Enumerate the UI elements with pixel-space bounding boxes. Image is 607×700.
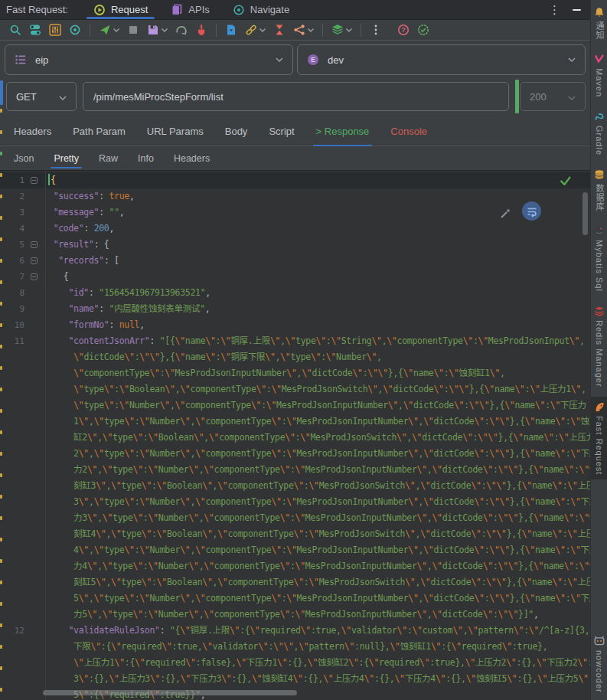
fold-region[interactable] <box>24 273 43 280</box>
env-select[interactable]: E dev <box>297 44 586 75</box>
panel-tab-apis[interactable]: APIs <box>162 0 217 19</box>
dropdown-arrow-icon[interactable] <box>162 28 168 32</box>
horizontal-scrollbar[interactable] <box>43 690 297 695</box>
code-line[interactable]: "code": 200, <box>46 221 590 237</box>
toolbar-redo-button[interactable] <box>171 21 191 38</box>
code-line[interactable]: 3\":{},\"上压力3\":{},\"下压力3\":{},\"蚀刻缸4\":… <box>46 671 590 687</box>
code-line[interactable]: "result": { <box>46 237 590 253</box>
fold-region[interactable] <box>24 241 43 248</box>
toolbar-more-button[interactable] <box>366 21 386 38</box>
project-select[interactable]: eip <box>5 44 293 75</box>
marker-tick <box>0 237 2 241</box>
code-line[interactable]: 力5\",\"type\":\"Number\",\"componentType… <box>46 607 590 623</box>
vertical-scrollbar[interactable] <box>583 192 588 235</box>
code-line[interactable]: \"type\":\"Boolean\",\"componentType\":\… <box>46 381 590 397</box>
toolbar-file-button[interactable] <box>221 21 241 38</box>
code-line[interactable]: "id": "1564541967913963521", <box>46 285 590 301</box>
panel-tab-request[interactable]: Request <box>85 0 156 19</box>
toolbar-stop-button[interactable] <box>123 21 143 38</box>
more-vertical-icon[interactable]: ⋮ <box>549 4 560 15</box>
soft-wrap-button[interactable] <box>522 201 541 221</box>
tab-script[interactable]: Script <box>258 117 305 146</box>
tool-stripe-database[interactable]: 数据库 <box>591 165 607 216</box>
tool-window-stripe: 通知MavenGradle数据库Mybatis SqlRedis Manager… <box>590 0 607 700</box>
subtab-headers[interactable]: Headers <box>164 146 220 170</box>
tab-console[interactable]: Console <box>380 117 438 146</box>
toolbar-send-button[interactable] <box>95 21 123 38</box>
status-code-select[interactable]: 200 <box>520 82 586 111</box>
toolbar-clean-button[interactable] <box>191 21 211 38</box>
tool-stripe-gradle[interactable]: Gradle <box>591 106 607 160</box>
method-select[interactable]: GET <box>6 82 77 111</box>
share-icon <box>293 24 305 36</box>
panel-tab-navigate[interactable]: Navigate <box>224 0 298 19</box>
code-line[interactable]: 下限\":{\"required\":true,\"validator\":\"… <box>46 639 590 655</box>
code-line[interactable]: \"type\":\"Number\",\"componentType\":\"… <box>46 397 590 414</box>
toolbar-layers-button[interactable] <box>328 21 356 38</box>
toolbar-link-button[interactable] <box>241 21 269 38</box>
dropdown-arrow-icon[interactable] <box>259 28 266 32</box>
gutter: 2 <box>0 188 46 204</box>
magic-wand-icon[interactable] <box>500 207 512 221</box>
code-line[interactable]: "formNo": null, <box>46 317 590 333</box>
code-line[interactable]: 刻缸5\",\"type\":\"Boolean\",\"componentTy… <box>46 574 590 590</box>
code-line[interactable]: { <box>46 269 590 285</box>
tab-headers[interactable]: Headers <box>3 117 62 146</box>
url-input[interactable]: /pim/mesMiProcStepForm/list <box>83 82 509 111</box>
tool-stripe-maven[interactable]: Maven <box>591 49 607 102</box>
tool-stripe-fast-request[interactable]: Fast Request <box>591 397 607 479</box>
code-line[interactable]: 3\",\"type\":\"Number\",\"componentType\… <box>46 494 590 510</box>
toolbar-sliders-button[interactable] <box>45 21 65 38</box>
toolbar-verified-button[interactable] <box>413 21 433 38</box>
code-line[interactable]: "records": [ <box>46 253 590 269</box>
fold-region[interactable] <box>24 257 43 264</box>
response-editor[interactable]: 1{2 "success": true,3 "message": "",4 "c… <box>0 170 590 700</box>
toolbar-share-button[interactable] <box>289 21 318 38</box>
code-line[interactable]: 刻缸3\",\"type\":\"Boolean\",\"componentTy… <box>46 478 590 494</box>
dropdown-arrow-icon[interactable] <box>308 28 314 32</box>
toolbar-search-button[interactable] <box>5 21 25 38</box>
tool-stripe-notifications[interactable]: 通知 <box>591 2 607 44</box>
code-line[interactable]: 刻缸4\",\"type\":\"Boolean\",\"componentTy… <box>46 526 590 542</box>
code-line[interactable]: "contentJsonArr": "[{\"name\":\"铜厚.上限\",… <box>46 333 590 349</box>
dropdown-arrow-icon[interactable] <box>346 28 352 32</box>
marker-tick <box>0 581 2 584</box>
code-line[interactable]: "validateRuleJson": "{\"铜厚.上限\":{\"requi… <box>46 623 590 639</box>
minimize-icon[interactable] <box>573 9 581 11</box>
code-line[interactable]: 1\",\"type\":\"Number\",\"componentType\… <box>46 414 590 430</box>
tab-url-params[interactable]: URL Params <box>136 117 214 146</box>
link-icon <box>245 24 257 36</box>
toolbar-save-button[interactable] <box>143 21 171 38</box>
code-line[interactable]: "success": true, <box>46 188 590 204</box>
subtab-raw[interactable]: Raw <box>89 146 128 170</box>
tool-stripe-redis-manager[interactable]: Redis Manager <box>591 301 607 392</box>
code-line[interactable]: \"上压力1\":{\"required\":false},\"下压力1\":{… <box>46 655 590 671</box>
editor-row: 2 "success": true, <box>0 188 590 204</box>
code-line[interactable]: 力2\",\"type\":\"Number\",\"componentType… <box>46 462 590 478</box>
subtab-pretty[interactable]: Pretty <box>44 146 89 170</box>
tool-stripe-mybatis-sql[interactable]: Mybatis Sql <box>591 221 607 296</box>
code-line[interactable]: 2\",\"type\":\"Number\",\"componentType\… <box>46 446 590 462</box>
toolbar-toggles-button[interactable] <box>25 21 45 38</box>
subtab-json[interactable]: Json <box>4 146 44 170</box>
toolbar-hourglass-button[interactable] <box>269 21 289 38</box>
code-line[interactable]: \"dictCode\":\"\"},{\"name\":\"铜厚下限\",\"… <box>46 349 590 365</box>
tool-stripe-nowcoder[interactable]: nowcoder <box>591 631 607 698</box>
code-line[interactable]: 4\",\"type\":\"Number\",\"componentType\… <box>46 542 590 558</box>
code-line[interactable]: { <box>46 172 590 188</box>
subtab-info[interactable]: Info <box>128 146 164 170</box>
tab-response[interactable]: > Response <box>305 117 380 146</box>
code-line[interactable]: 缸2\",\"type\":\"Boolean\",\"componentTyp… <box>46 430 590 446</box>
fold-region[interactable] <box>24 177 43 184</box>
tool-stripe-label: nowcoder <box>595 650 603 693</box>
toolbar-target-button[interactable] <box>65 21 85 38</box>
dropdown-arrow-icon[interactable] <box>113 28 119 32</box>
code-line[interactable]: "name": "内层酸性蚀刻表单测试", <box>46 301 590 317</box>
code-line[interactable]: 力4\",\"type\":\"Number\",\"componentType… <box>46 558 590 574</box>
code-line[interactable]: \"componentType\":\"MesProdJsonInputNumb… <box>46 365 590 381</box>
code-line[interactable]: 力3\",\"type\":\"Number\",\"componentType… <box>46 510 590 526</box>
tab-body[interactable]: Body <box>214 117 259 146</box>
toolbar-help-button[interactable]: ? <box>393 21 413 38</box>
code-line[interactable]: 5\",\"type\":\"Number\",\"componentType\… <box>46 590 590 607</box>
tab-path-param[interactable]: Path Param <box>62 117 136 146</box>
